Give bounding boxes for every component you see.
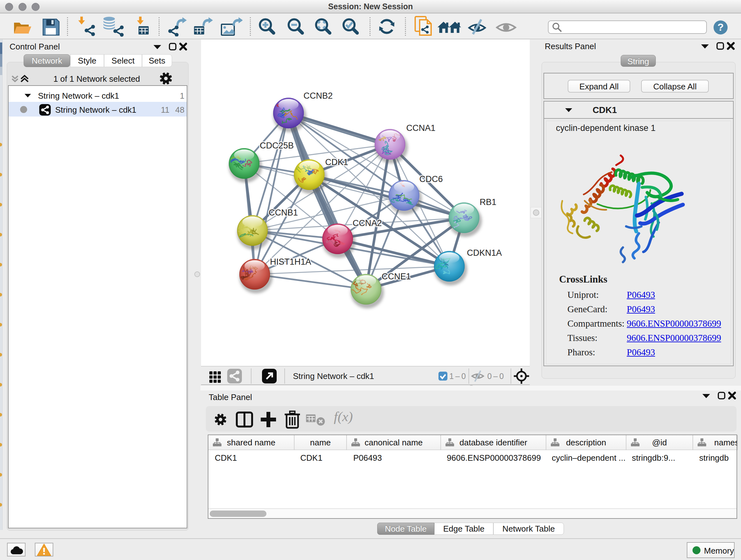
svg-text:CCNE1: CCNE1	[382, 272, 411, 281]
svg-text:1 of 1 Network selected: 1 of 1 Network selected	[53, 74, 140, 84]
svg-text:CCNA2: CCNA2	[353, 219, 382, 228]
svg-text:?: ?	[718, 21, 724, 33]
svg-text:CCNB1: CCNB1	[269, 208, 298, 217]
svg-text:String Network – cdk1: String Network – cdk1	[38, 91, 119, 101]
svg-text:String Network – cdk1: String Network – cdk1	[55, 105, 136, 115]
svg-text:CDC6: CDC6	[419, 174, 443, 184]
svg-text:RB1: RB1	[480, 197, 496, 207]
svg-text:CCNB2: CCNB2	[304, 91, 333, 101]
svg-text:11: 11	[161, 105, 170, 115]
svg-text:CDK1: CDK1	[325, 158, 348, 167]
svg-text:48: 48	[175, 105, 185, 115]
svg-text:CDC25B: CDC25B	[260, 141, 294, 150]
svg-text:CDKN1A: CDKN1A	[467, 248, 502, 258]
svg-text:HIST1H1A: HIST1H1A	[270, 257, 311, 266]
svg-text:CCNA1: CCNA1	[406, 123, 435, 133]
svg-text:1: 1	[180, 91, 185, 101]
